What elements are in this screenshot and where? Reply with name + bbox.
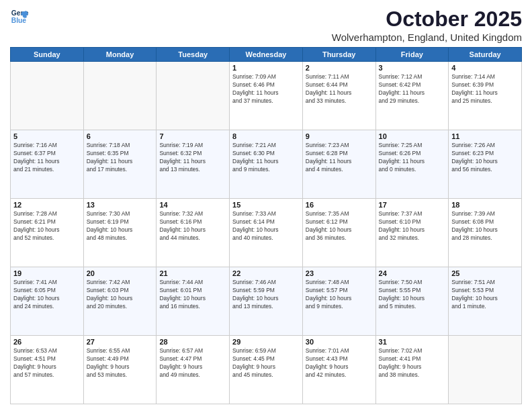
calendar-cell: 2Sunrise: 7:11 AMSunset: 6:44 PMDaylight…: [302, 62, 375, 130]
calendar-cell: 20Sunrise: 7:42 AMSunset: 6:03 PMDayligh…: [83, 267, 157, 336]
calendar-cell: 14Sunrise: 7:32 AMSunset: 6:16 PMDayligh…: [157, 199, 230, 267]
day-number: 4: [451, 64, 519, 72]
day-info: Sunrise: 7:32 AMSunset: 6:16 PMDaylight:…: [159, 210, 226, 242]
day-info: Sunrise: 7:25 AMSunset: 6:26 PMDaylight:…: [379, 142, 446, 174]
day-number: 2: [306, 64, 373, 72]
calendar-cell: 24Sunrise: 7:50 AMSunset: 5:55 PMDayligh…: [375, 267, 449, 336]
day-info: Sunrise: 7:51 AMSunset: 5:53 PMDaylight:…: [451, 279, 519, 311]
day-header-thursday: Thursday: [302, 48, 375, 62]
day-number: 3: [379, 64, 446, 72]
calendar-cell: 23Sunrise: 7:48 AMSunset: 5:57 PMDayligh…: [302, 267, 375, 336]
calendar-cell: 25Sunrise: 7:51 AMSunset: 5:53 PMDayligh…: [449, 267, 522, 336]
calendar-cell: 13Sunrise: 7:30 AMSunset: 6:19 PMDayligh…: [83, 199, 157, 267]
day-info: Sunrise: 7:41 AMSunset: 6:05 PMDaylight:…: [13, 279, 81, 311]
day-info: Sunrise: 6:55 AMSunset: 4:49 PMDaylight:…: [87, 347, 154, 379]
day-header-tuesday: Tuesday: [157, 48, 230, 62]
svg-text:Blue: Blue: [11, 17, 27, 24]
day-number: 12: [13, 201, 81, 209]
day-info: Sunrise: 7:50 AMSunset: 5:55 PMDaylight:…: [379, 279, 446, 311]
day-info: Sunrise: 7:02 AMSunset: 4:41 PMDaylight:…: [379, 347, 446, 379]
calendar-cell: [11, 62, 84, 130]
day-number: 23: [306, 269, 373, 277]
day-info: Sunrise: 7:44 AMSunset: 6:01 PMDaylight:…: [159, 279, 226, 311]
calendar-cell: 10Sunrise: 7:25 AMSunset: 6:26 PMDayligh…: [375, 130, 449, 199]
calendar-cell: [157, 62, 230, 130]
day-number: 11: [451, 132, 519, 140]
day-number: 10: [379, 132, 446, 140]
day-info: Sunrise: 7:16 AMSunset: 6:37 PMDaylight:…: [13, 142, 81, 174]
day-number: 13: [87, 201, 154, 209]
calendar-cell: 12Sunrise: 7:28 AMSunset: 6:21 PMDayligh…: [11, 199, 84, 267]
calendar-cell: 16Sunrise: 7:35 AMSunset: 6:12 PMDayligh…: [302, 199, 375, 267]
calendar-cell: 4Sunrise: 7:14 AMSunset: 6:39 PMDaylight…: [449, 62, 522, 130]
calendar-cell: 28Sunrise: 6:57 AMSunset: 4:47 PMDayligh…: [157, 336, 230, 404]
day-info: Sunrise: 7:26 AMSunset: 6:23 PMDaylight:…: [451, 142, 519, 174]
day-number: 7: [159, 132, 226, 140]
day-number: 22: [232, 269, 300, 277]
day-info: Sunrise: 7:48 AMSunset: 5:57 PMDaylight:…: [306, 279, 373, 311]
calendar-week-row: 12Sunrise: 7:28 AMSunset: 6:21 PMDayligh…: [11, 199, 522, 267]
day-number: 29: [232, 338, 300, 346]
page: General Blue October 2025 Wolverhampton,…: [0, 0, 532, 411]
calendar-cell: 29Sunrise: 6:59 AMSunset: 4:45 PMDayligh…: [230, 336, 303, 404]
day-info: Sunrise: 7:30 AMSunset: 6:19 PMDaylight:…: [87, 210, 154, 242]
day-number: 31: [379, 338, 446, 346]
day-info: Sunrise: 7:09 AMSunset: 6:46 PMDaylight:…: [232, 73, 300, 105]
calendar-cell: 27Sunrise: 6:55 AMSunset: 4:49 PMDayligh…: [83, 336, 157, 404]
day-header-monday: Monday: [83, 48, 157, 62]
day-number: 17: [379, 201, 446, 209]
calendar-cell: 19Sunrise: 7:41 AMSunset: 6:05 PMDayligh…: [11, 267, 84, 336]
day-info: Sunrise: 7:35 AMSunset: 6:12 PMDaylight:…: [306, 210, 373, 242]
calendar-week-row: 5Sunrise: 7:16 AMSunset: 6:37 PMDaylight…: [11, 130, 522, 199]
day-number: 26: [13, 338, 81, 346]
calendar-cell: 22Sunrise: 7:46 AMSunset: 5:59 PMDayligh…: [230, 267, 303, 336]
logo-icon: General Blue: [10, 7, 29, 26]
day-number: 30: [306, 338, 373, 346]
day-info: Sunrise: 7:39 AMSunset: 6:08 PMDaylight:…: [451, 210, 519, 242]
day-number: 28: [159, 338, 226, 346]
calendar-cell: 9Sunrise: 7:23 AMSunset: 6:28 PMDaylight…: [302, 130, 375, 199]
day-header-friday: Friday: [375, 48, 449, 62]
calendar-cell: 5Sunrise: 7:16 AMSunset: 6:37 PMDaylight…: [11, 130, 84, 199]
calendar-week-row: 1Sunrise: 7:09 AMSunset: 6:46 PMDaylight…: [11, 62, 522, 130]
day-info: Sunrise: 7:19 AMSunset: 6:32 PMDaylight:…: [159, 142, 226, 174]
day-info: Sunrise: 7:01 AMSunset: 4:43 PMDaylight:…: [306, 347, 373, 379]
day-info: Sunrise: 6:57 AMSunset: 4:47 PMDaylight:…: [159, 347, 226, 379]
day-number: 1: [232, 64, 300, 72]
calendar-cell: 6Sunrise: 7:18 AMSunset: 6:35 PMDaylight…: [83, 130, 157, 199]
header: General Blue October 2025 Wolverhampton,…: [10, 7, 522, 43]
day-info: Sunrise: 7:37 AMSunset: 6:10 PMDaylight:…: [379, 210, 446, 242]
day-info: Sunrise: 7:46 AMSunset: 5:59 PMDaylight:…: [232, 279, 300, 311]
calendar-cell: 26Sunrise: 6:53 AMSunset: 4:51 PMDayligh…: [11, 336, 84, 404]
day-info: Sunrise: 7:14 AMSunset: 6:39 PMDaylight:…: [451, 73, 519, 105]
day-info: Sunrise: 7:11 AMSunset: 6:44 PMDaylight:…: [306, 73, 373, 105]
day-number: 18: [451, 201, 519, 209]
calendar-week-row: 19Sunrise: 7:41 AMSunset: 6:05 PMDayligh…: [11, 267, 522, 336]
day-number: 20: [87, 269, 154, 277]
calendar-cell: 21Sunrise: 7:44 AMSunset: 6:01 PMDayligh…: [157, 267, 230, 336]
day-info: Sunrise: 6:53 AMSunset: 4:51 PMDaylight:…: [13, 347, 81, 379]
title-block: October 2025 Wolverhampton, England, Uni…: [332, 7, 522, 43]
calendar-cell: [449, 336, 522, 404]
day-info: Sunrise: 6:59 AMSunset: 4:45 PMDaylight:…: [232, 347, 300, 379]
calendar-cell: 1Sunrise: 7:09 AMSunset: 6:46 PMDaylight…: [230, 62, 303, 130]
day-info: Sunrise: 7:33 AMSunset: 6:14 PMDaylight:…: [232, 210, 300, 242]
calendar-cell: 15Sunrise: 7:33 AMSunset: 6:14 PMDayligh…: [230, 199, 303, 267]
calendar-cell: 11Sunrise: 7:26 AMSunset: 6:23 PMDayligh…: [449, 130, 522, 199]
calendar-cell: 17Sunrise: 7:37 AMSunset: 6:10 PMDayligh…: [375, 199, 449, 267]
day-number: 27: [87, 338, 154, 346]
day-info: Sunrise: 7:28 AMSunset: 6:21 PMDaylight:…: [13, 210, 81, 242]
day-info: Sunrise: 7:12 AMSunset: 6:42 PMDaylight:…: [379, 73, 446, 105]
calendar-cell: 7Sunrise: 7:19 AMSunset: 6:32 PMDaylight…: [157, 130, 230, 199]
day-info: Sunrise: 7:21 AMSunset: 6:30 PMDaylight:…: [232, 142, 300, 174]
calendar-cell: 3Sunrise: 7:12 AMSunset: 6:42 PMDaylight…: [375, 62, 449, 130]
calendar-cell: 18Sunrise: 7:39 AMSunset: 6:08 PMDayligh…: [449, 199, 522, 267]
day-number: 15: [232, 201, 300, 209]
day-info: Sunrise: 7:18 AMSunset: 6:35 PMDaylight:…: [87, 142, 154, 174]
day-number: 21: [159, 269, 226, 277]
day-number: 14: [159, 201, 226, 209]
day-info: Sunrise: 7:42 AMSunset: 6:03 PMDaylight:…: [87, 279, 154, 311]
day-number: 24: [379, 269, 446, 277]
days-header-row: SundayMondayTuesdayWednesdayThursdayFrid…: [11, 48, 522, 62]
day-number: 25: [451, 269, 519, 277]
